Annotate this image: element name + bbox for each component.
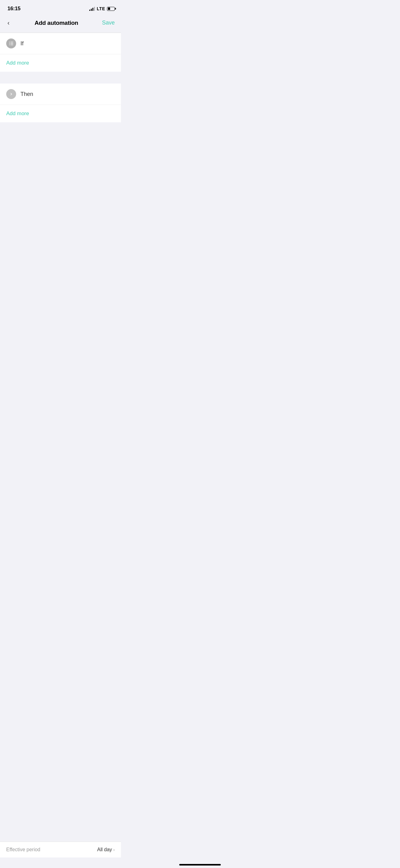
svg-rect-2 bbox=[9, 43, 10, 44]
save-button[interactable]: Save bbox=[102, 20, 115, 26]
page-title: Add automation bbox=[35, 20, 78, 26]
battery-icon bbox=[107, 7, 115, 11]
battery-body bbox=[107, 7, 115, 11]
nav-bar: ‹ Add automation Save bbox=[0, 16, 121, 33]
if-icon bbox=[6, 38, 16, 49]
svg-rect-3 bbox=[10, 43, 13, 44]
lte-label: LTE bbox=[97, 6, 105, 11]
signal-bar-4 bbox=[94, 7, 95, 11]
if-label: If bbox=[21, 40, 24, 47]
signal-bar-1 bbox=[89, 10, 90, 11]
if-section: If Add more bbox=[0, 33, 121, 72]
status-icons: LTE bbox=[89, 6, 115, 11]
svg-rect-1 bbox=[10, 42, 13, 42]
signal-bar-2 bbox=[91, 9, 92, 11]
bottom-area bbox=[0, 122, 121, 262]
svg-rect-0 bbox=[9, 42, 10, 42]
then-section: Then Add more bbox=[0, 84, 121, 122]
battery-fill bbox=[108, 7, 110, 10]
signal-bars-icon bbox=[89, 6, 95, 11]
svg-point-6 bbox=[9, 92, 13, 96]
then-icon bbox=[6, 89, 16, 99]
signal-bar-3 bbox=[92, 8, 93, 11]
svg-rect-4 bbox=[9, 45, 10, 45]
svg-rect-5 bbox=[10, 45, 13, 45]
then-label: Then bbox=[21, 91, 33, 97]
back-button[interactable]: ‹ bbox=[6, 18, 11, 28]
if-add-more-button[interactable]: Add more bbox=[6, 60, 29, 66]
arrow-right-icon bbox=[8, 91, 14, 97]
list-icon bbox=[8, 41, 14, 46]
section-separator bbox=[0, 72, 121, 84]
then-add-more-row[interactable]: Add more bbox=[0, 105, 121, 122]
then-add-more-button[interactable]: Add more bbox=[6, 111, 29, 116]
status-bar: 16:15 LTE bbox=[0, 0, 121, 16]
if-row: If bbox=[0, 33, 121, 54]
if-add-more-row[interactable]: Add more bbox=[0, 54, 121, 72]
then-row: Then bbox=[0, 84, 121, 105]
page: 16:15 LTE ‹ Add automation Save bbox=[0, 0, 121, 262]
status-time: 16:15 bbox=[7, 6, 21, 12]
